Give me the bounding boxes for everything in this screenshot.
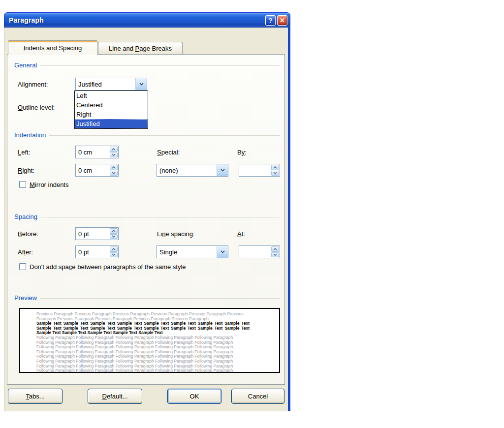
spin-up-button[interactable]: [110, 147, 118, 152]
chevron-up-icon: [273, 248, 277, 250]
chevron-down-icon: [139, 83, 144, 86]
spin-up-button[interactable]: [110, 246, 118, 252]
spin-down-button[interactable]: [110, 234, 118, 240]
chevron-up-icon: [112, 230, 116, 232]
left-indent-label: Left:: [18, 149, 30, 156]
spin-down-button[interactable]: [271, 171, 279, 176]
line-spacing-combobox[interactable]: Single: [157, 245, 228, 258]
spinner-arrows: [109, 164, 118, 176]
spin-up-button[interactable]: [110, 228, 118, 234]
alignment-option-centered[interactable]: Centered: [75, 100, 148, 110]
preview-sample-text: Sample Text Sample Text Sample Text Samp…: [36, 321, 250, 336]
dialog-body: Indents and Spacing Line and Page Breaks…: [4, 28, 290, 411]
titlebar-buttons: ? ✕: [264, 15, 290, 26]
right-indent-spinner[interactable]: 0 cm: [75, 164, 119, 177]
right-indent-label: Right:: [18, 167, 34, 174]
line-spacing-dropdown-button[interactable]: [217, 246, 228, 258]
at-label: At:: [237, 230, 245, 238]
chevron-down-icon: [112, 172, 116, 174]
special-value: (none): [157, 164, 217, 176]
chevron-up-icon: [112, 148, 116, 151]
section-header-preview: Preview: [14, 294, 280, 302]
divider: [40, 65, 280, 66]
by-label: By:: [237, 149, 247, 156]
alignment-option-justified[interactable]: Justified: [75, 119, 148, 128]
spin-down-button[interactable]: [110, 252, 118, 258]
spinner-arrows: [271, 246, 280, 258]
dont-add-space-checkbox[interactable]: [19, 263, 26, 270]
at-value: [239, 246, 271, 258]
spin-up-button[interactable]: [271, 246, 279, 252]
by-spinner[interactable]: [239, 164, 280, 177]
chevron-up-icon: [112, 248, 116, 250]
chevron-down-icon: [273, 253, 277, 256]
default-button[interactable]: Default...: [88, 389, 142, 404]
close-button[interactable]: ✕: [277, 15, 287, 26]
spin-down-button[interactable]: [110, 153, 118, 158]
preview-following-paragraph-text: Following Paragraph Following Paragraph …: [36, 336, 250, 373]
divider: [40, 298, 280, 299]
special-label: Special:: [157, 149, 180, 156]
mirror-indents-label: Mirror indents: [30, 181, 68, 188]
titlebar[interactable]: Paragraph ? ✕: [4, 12, 290, 28]
preview-box: Previous Paragraph Previous Paragraph Pr…: [19, 308, 280, 373]
left-indent-value: 0 cm: [76, 146, 109, 158]
tabs-button[interactable]: Tabs...: [8, 389, 63, 404]
default-button-label: Default...: [102, 393, 127, 400]
dialog-title: Paragraph: [4, 16, 44, 24]
before-value: 0 pt: [76, 228, 109, 240]
line-spacing-value: Single: [157, 246, 217, 258]
spinner-arrows: [109, 246, 118, 258]
spinner-arrows: [109, 146, 118, 158]
alignment-option-right[interactable]: Right: [75, 110, 148, 119]
alignment-combobox[interactable]: Justified: [75, 78, 147, 91]
desktop: Paragraph ? ✕ Indents and Spacing Line a…: [0, 0, 504, 428]
ok-button-label: OK: [190, 393, 199, 400]
after-label: After:: [18, 248, 33, 256]
chevron-up-icon: [112, 166, 116, 169]
chevron-down-icon: [220, 250, 225, 253]
alignment-dropdown-list: Left Centered Right Justified: [74, 91, 148, 129]
ok-button[interactable]: OK: [167, 389, 221, 404]
cancel-button-label: Cancel: [248, 393, 268, 400]
alignment-label: Alignment:: [18, 81, 48, 88]
by-value: [239, 164, 271, 176]
left-indent-spinner[interactable]: 0 cm: [75, 146, 119, 158]
divider: [41, 217, 280, 217]
alignment-value: Justified: [76, 78, 135, 90]
after-value: 0 pt: [76, 246, 109, 258]
help-button[interactable]: ?: [265, 15, 276, 26]
at-spinner[interactable]: [239, 245, 280, 258]
spinner-arrows: [109, 228, 118, 240]
special-combobox[interactable]: (none): [157, 164, 228, 177]
chevron-up-icon: [273, 166, 277, 169]
tab-page: General Alignment: Justified Left Center…: [7, 54, 285, 385]
before-spinner[interactable]: 0 pt: [75, 227, 119, 240]
tabs-button-label: Tabs...: [26, 393, 44, 400]
after-spinner[interactable]: 0 pt: [75, 245, 119, 258]
chevron-down-icon: [112, 153, 116, 156]
line-spacing-label: Line spacing:: [157, 230, 195, 238]
mirror-indents-checkbox[interactable]: [19, 181, 26, 188]
chevron-down-icon: [112, 253, 116, 256]
spin-down-button[interactable]: [271, 252, 279, 258]
special-dropdown-button[interactable]: [217, 164, 228, 176]
divider: [49, 135, 280, 136]
section-header-spacing: Spacing: [14, 213, 280, 220]
right-indent-value: 0 cm: [76, 164, 109, 176]
spinner-arrows: [271, 164, 280, 176]
tab-line-and-page-breaks[interactable]: Line and Page Breaks: [98, 42, 183, 55]
spin-down-button[interactable]: [110, 171, 118, 176]
alignment-dropdown-button[interactable]: [135, 78, 147, 90]
tab-label: Line and Page Breaks: [109, 45, 172, 52]
preview-previous-paragraph-text: Previous Paragraph Previous Paragraph Pr…: [36, 312, 250, 321]
cancel-button[interactable]: Cancel: [231, 389, 284, 404]
spin-up-button[interactable]: [271, 165, 279, 170]
tab-indents-and-spacing[interactable]: Indents and Spacing: [8, 40, 97, 55]
section-header-general: General: [14, 61, 280, 69]
outline-level-label: Outline level:: [18, 104, 55, 111]
spin-up-button[interactable]: [110, 165, 118, 170]
chevron-down-icon: [273, 172, 277, 174]
alignment-option-left[interactable]: Left: [75, 91, 148, 100]
paragraph-dialog: Paragraph ? ✕ Indents and Spacing Line a…: [4, 12, 290, 411]
